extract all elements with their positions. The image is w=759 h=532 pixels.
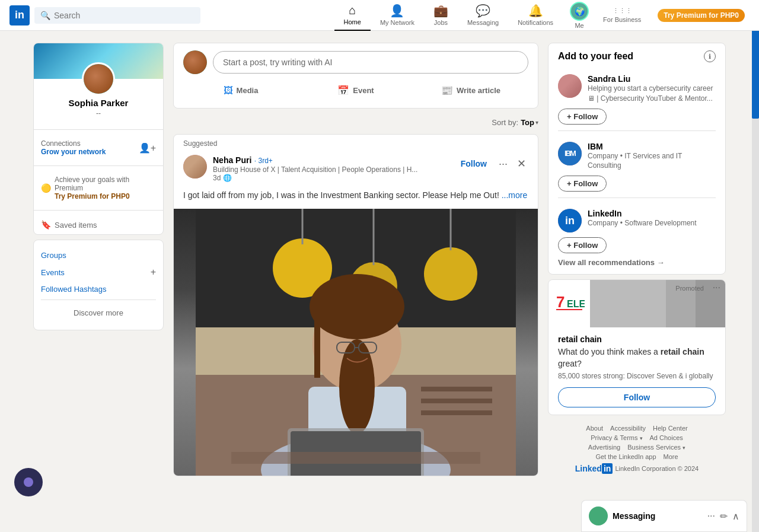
nav-messaging-label: Messaging xyxy=(467,19,499,26)
view-all-label: View all recommendations → xyxy=(558,258,665,267)
ad-follow-button[interactable]: Follow xyxy=(558,387,716,407)
ad-sub-text: 85,000 stores strong: Discover Seven & i… xyxy=(558,372,716,380)
post-image xyxy=(174,209,538,476)
linkedin-info: LinkedIn Company • Software Development xyxy=(588,209,716,228)
ibm-avatar[interactable]: IBM xyxy=(558,142,582,165)
ad-images xyxy=(590,280,725,327)
messaging-compose-button[interactable]: ✏ xyxy=(720,511,728,522)
nav-messaging[interactable]: 💬 Messaging xyxy=(458,0,508,31)
saved-items-section[interactable]: 🔖 Saved items xyxy=(34,215,163,234)
ad-more-button[interactable]: ··· xyxy=(713,282,720,293)
widget-title: Add to your feed xyxy=(558,51,633,62)
ad-widget: 7 ELEVEn Promoted ··· retail chain What … xyxy=(548,279,726,415)
footer-about[interactable]: About xyxy=(586,425,603,432)
post-box: Start a post, try writing with AI 🖼 Medi… xyxy=(173,43,538,109)
privacy-chevron-icon: ▾ xyxy=(640,435,643,441)
ad-body: retail chain What do you think makes a r… xyxy=(548,327,725,415)
media-action[interactable]: 🖼 Media xyxy=(183,80,298,101)
follow-button-neha[interactable]: Follow xyxy=(456,157,492,171)
post-actions: 🖼 Media 📅 Event 📰 Write article xyxy=(183,80,528,101)
post-more-link[interactable]: ...more xyxy=(502,190,528,200)
follow-button-sandra[interactable]: + Follow xyxy=(558,109,607,125)
footer-copyright: LinkedIn Corporation © 2024 xyxy=(615,465,699,472)
nav-premium[interactable]: Try Premium for PHP0 xyxy=(653,0,750,31)
messaging-icon: 💬 xyxy=(476,4,490,18)
feed-more-button[interactable]: ··· xyxy=(494,155,512,173)
footer-linkedin-logo: Linkedin xyxy=(575,464,613,473)
article-action[interactable]: 📰 Write article xyxy=(413,80,528,101)
sandra-avatar[interactable] xyxy=(558,74,582,98)
linkedin-company-name[interactable]: LinkedIn xyxy=(588,209,716,218)
messaging-header[interactable]: Messaging ··· ✏ ∧ xyxy=(582,501,747,532)
nav-my-network[interactable]: 👤 My Network xyxy=(371,0,424,31)
profile-avatar[interactable] xyxy=(82,62,115,95)
nav-jobs[interactable]: 💼 Jobs xyxy=(424,0,458,31)
ad-bold-text: retail chain xyxy=(661,347,704,356)
connections-section[interactable]: Connections Grow your network 👤+ xyxy=(34,135,163,161)
post-input[interactable]: Start a post, try writing with AI xyxy=(213,51,528,74)
info-icon[interactable]: ℹ xyxy=(704,50,716,62)
nav-home[interactable]: ⌂ Home xyxy=(334,0,371,31)
ad-image-1 xyxy=(590,280,666,327)
follow-button-linkedin-company[interactable]: + Follow xyxy=(558,237,607,253)
media-icon: 🖼 xyxy=(224,85,233,96)
footer-get-app[interactable]: Get the LinkedIn app xyxy=(595,453,656,460)
home-icon: ⌂ xyxy=(349,4,356,17)
ibm-name[interactable]: IBM xyxy=(588,142,716,151)
svg-rect-10 xyxy=(421,399,492,403)
footer-accessibility[interactable]: Accessibility xyxy=(610,425,646,432)
add-connection-icon[interactable]: 👤+ xyxy=(139,142,156,154)
discover-more[interactable]: Discover more xyxy=(41,302,156,323)
seven-eleven-logo: 7 ELEVEn xyxy=(554,288,585,319)
messaging-collapse-button[interactable]: ∧ xyxy=(732,511,739,522)
grow-network-link[interactable]: Grow your network xyxy=(41,148,106,156)
event-label: Event xyxy=(353,86,374,95)
sidebar-item-hashtags[interactable]: Followed Hashtags xyxy=(41,281,156,297)
sidebar-item-groups[interactable]: Groups xyxy=(41,247,156,263)
sort-value[interactable]: Top xyxy=(521,118,534,127)
footer-help-center[interactable]: Help Center xyxy=(653,425,688,432)
view-all-recommendations[interactable]: View all recommendations → xyxy=(558,258,716,267)
profile-card: Sophia Parker -- Connections Grow your n… xyxy=(33,43,164,235)
ad-header: 7 ELEVEn Promoted ··· xyxy=(548,280,725,327)
footer: About Accessibility Help Center Privacy … xyxy=(548,420,726,478)
feed-author-avatar[interactable] xyxy=(183,155,207,179)
footer-advertising[interactable]: Advertising xyxy=(588,444,620,451)
post-input-row: Start a post, try writing with AI xyxy=(183,50,528,74)
events-plus-icon[interactable]: + xyxy=(151,267,156,278)
feed-author-info: Neha Puri · 3rd+ Building House of X | T… xyxy=(213,155,417,182)
messaging-title: Messaging xyxy=(613,511,703,521)
add-to-feed-widget: Add to your feed ℹ Sandra Liu Helping yo… xyxy=(548,43,726,275)
premium-text: Achieve your goals with Premium xyxy=(55,176,156,192)
feed-card-1: Suggested Neha Puri · 3rd+ Building Hous… xyxy=(173,134,538,476)
follow-button-ibm[interactable]: + Follow xyxy=(558,176,607,192)
footer-ad-choices[interactable]: Ad Choices xyxy=(650,434,683,441)
footer-privacy[interactable]: Privacy & Terms ▾ xyxy=(591,434,642,441)
feed-author-name[interactable]: Neha Puri xyxy=(213,155,251,165)
event-action[interactable]: 📅 Event xyxy=(298,80,413,101)
profile-name: Sophia Parker xyxy=(41,98,156,108)
scrollbar[interactable] xyxy=(752,0,759,532)
ad-description: What do you think makes a retail chain g… xyxy=(558,346,716,369)
nav-me[interactable]: 🌍 Me xyxy=(563,0,596,31)
messaging-bar: Messaging ··· ✏ ∧ xyxy=(581,500,747,532)
promoted-badge: Promoted xyxy=(675,285,704,292)
footer-business-services[interactable]: Business Services ▾ xyxy=(627,444,685,451)
ad-company-name: retail chain xyxy=(558,335,716,344)
sandra-name[interactable]: Sandra Liu xyxy=(588,74,716,84)
linkedin-company-avatar[interactable]: in xyxy=(558,209,582,232)
premium-link[interactable]: Try Premium for PHP0 xyxy=(55,192,156,200)
feed-author-row: Neha Puri · 3rd+ Building House of X | T… xyxy=(183,155,417,182)
linkedin-logo[interactable]: in xyxy=(9,5,30,26)
sidebar-nav-card: Groups Events + Followed Hashtags Discov… xyxy=(33,240,164,330)
footer-more[interactable]: More xyxy=(664,453,678,460)
messaging-more-button[interactable]: ··· xyxy=(707,511,715,522)
nav-for-business-label: For Business xyxy=(603,16,641,23)
record-button[interactable] xyxy=(14,468,43,496)
feed-close-button[interactable]: ✕ xyxy=(515,155,528,173)
nav-for-business[interactable]: ⋮⋮⋮ For Business xyxy=(596,0,648,31)
search-box[interactable]: 🔍 xyxy=(34,7,200,24)
sidebar-item-events[interactable]: Events + xyxy=(41,263,156,281)
nav-notifications[interactable]: 🔔 Notifications xyxy=(508,0,563,31)
search-input[interactable] xyxy=(54,11,194,20)
